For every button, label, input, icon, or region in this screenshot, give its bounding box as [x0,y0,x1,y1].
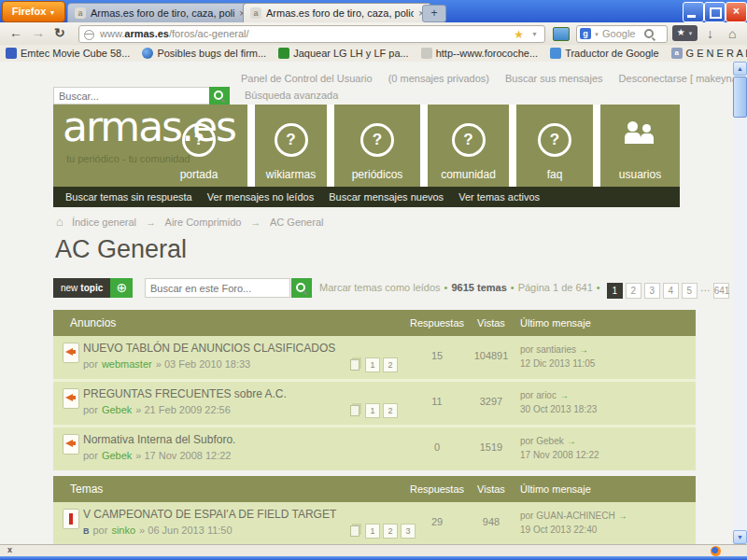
topics-meta: Marcar temas como leídos•9615 temas•Pági… [319,282,729,299]
search-bar[interactable]: g ▼ Google [576,25,668,43]
bookmark-item[interactable]: http--www.forocoche... [421,48,538,59]
page-641[interactable]: 641 [713,283,729,299]
minimize-button[interactable] [683,2,704,22]
mini-page-link[interactable]: 1 [365,357,380,372]
logout-link[interactable]: Desconectarse [ makeynai ] [619,73,733,84]
advanced-search-link[interactable]: Búsqueda avanzada [245,90,338,101]
mark-read-link[interactable]: Marcar temas como leídos [319,282,441,293]
new-topic-button[interactable]: newtopic ⊕ [53,278,133,298]
home-icon[interactable]: ⌂ [56,215,63,229]
person-body [625,133,641,144]
forum-search-input[interactable] [145,278,290,298]
firefox-menu-button[interactable]: Firefox▼ [2,1,65,22]
bookmark-item[interactable]: aG E N E R A L [671,48,747,59]
back-icon[interactable]: ← [9,25,22,40]
restore-button[interactable] [704,2,726,22]
topic-title-link[interactable]: PREGUNTAS FRECUENTES sobre A.C. [83,387,287,400]
divider [509,105,516,187]
engine-dropdown-icon[interactable]: ▼ [594,27,599,43]
mini-page-link[interactable]: 2 [383,357,398,372]
close-findbar-button[interactable]: x [7,545,12,554]
page-1-active[interactable]: 1 [607,283,623,299]
topic-byline: porGebek» 17 Nov 2008 12:22 [83,450,231,461]
nav-item-wikiarmas[interactable]: ? wikiarmas [255,105,327,187]
bookmark-item[interactable]: Posibles bugs del firm... [142,48,266,59]
page-4[interactable]: 4 [663,283,679,299]
bookmark-item[interactable]: Traductor de Google [550,48,658,59]
tab-2-active[interactable]: a Armas.es foro de tiro, caza, policial,… [243,3,431,22]
forward-icon[interactable]: → [32,25,45,40]
goto-last-icon[interactable]: → [559,390,569,400]
goto-last-icon[interactable]: → [579,344,588,355]
topic-title-link[interactable]: Normativa Interna del Subforo. [83,433,235,446]
last-author-link[interactable]: arioc [536,390,557,400]
question-icon: ? [452,123,486,157]
page-3[interactable]: 3 [644,283,660,299]
nav-item-comunidad[interactable]: ? comunidad [428,105,509,187]
mini-page-link[interactable]: 2 [383,524,398,539]
last-author-link[interactable]: GUAN-ACHINECH [536,511,614,521]
breadcrumb-item[interactable]: Índice general [72,217,136,228]
nav-label: usuarios [600,168,680,181]
author-link[interactable]: Gebek [102,404,132,415]
nav-item-faq[interactable]: ? faq [516,105,593,187]
goto-last-icon[interactable]: → [567,436,576,446]
scroll-down-icon[interactable]: ▼ [733,530,747,544]
author-link[interactable]: Gebek [102,450,132,461]
goto-last-icon[interactable]: → [618,511,627,521]
users-icon [622,121,659,153]
bookmark-item[interactable]: Emtec Movie Cube 58... [6,48,130,59]
quick-link[interactable]: Buscar temas sin respuesta [65,191,192,203]
last-author-link[interactable]: Gebek [536,436,563,446]
refresh-icon[interactable]: ↻ [54,25,65,40]
mini-page-link[interactable]: 1 [365,403,380,418]
google-engine-icon[interactable]: g [580,28,591,39]
downloads-icon[interactable]: ↓ [707,26,713,41]
plus-icon: ⊕ [110,278,133,298]
private-messages-link[interactable]: (0 mensajes privados) [388,73,489,84]
bullet: • [597,282,600,293]
title-bar: Firefox▼ a Armas.es foro de tiro, caza, … [0,0,747,22]
mini-page-link[interactable]: 2 [383,403,398,418]
author-link[interactable]: sinko [111,525,135,536]
last-date: 17 Nov 2008 12:22 [520,450,599,460]
quick-link[interactable]: Ver mensajes no leídos [207,191,314,203]
home-icon[interactable]: ⌂ [728,26,736,41]
topic-title-link[interactable]: V CAMPEONATO DE ESPAI'A DE FIELD TARGET [83,508,336,521]
forum-search-button[interactable] [291,278,312,298]
vertical-scrollbar[interactable]: ▲ ▼ [733,62,747,544]
bookmark-page-icon[interactable] [553,27,570,41]
breadcrumb-item[interactable]: AC General [270,217,323,228]
bookmark-star-icon[interactable]: ★ [514,27,524,43]
url-dropdown-icon[interactable]: ▼ [531,26,538,42]
scroll-up-icon[interactable]: ▲ [733,62,747,76]
url-bar[interactable]: www.armas.es/foros/ac-general/ ★ ▼ [78,25,545,43]
section-title: Anuncios [70,316,116,329]
nav-item-periodicos[interactable]: ? periódicos [334,105,420,187]
bookmarks-menu-button[interactable]: ★ ▼ [672,25,698,41]
nav-item-portada[interactable]: ? portada [162,105,236,187]
last-author-link[interactable]: santiaries [536,344,576,355]
bookmark-item[interactable]: Jaquear LG LH y LF pa... [278,48,409,59]
nav-item-usuarios[interactable]: usuarios [600,105,680,187]
scrollbar-thumb[interactable] [733,77,747,118]
topic-title-link[interactable]: NUEVO TABLÓN DE ANUNCIOS CLASIFICADOS [83,342,335,355]
user-panel-link[interactable]: Panel de Control del Usuario [241,73,373,84]
mini-page-link[interactable]: 1 [365,524,380,539]
page-5[interactable]: 5 [682,283,698,299]
author-link[interactable]: webmaster [102,358,152,370]
last-message: por GUAN-ACHINECH→19 Oct 2013 22:40 [520,509,627,537]
search-own-posts-link[interactable]: Buscar sus mensajes [505,73,603,84]
quick-link[interactable]: Ver temas activos [458,191,540,203]
tab-1[interactable]: a Armas.es foro de tiro, caza, policial,… [67,3,252,23]
breadcrumb-item[interactable]: Aire Comprimido [165,217,242,228]
quick-link[interactable]: Buscar mensajes nuevos [329,191,444,203]
new-tab-button[interactable]: + [422,5,446,22]
arrow-icon: → [251,217,261,228]
bookmark-label: G E N E R A L [686,48,747,59]
close-button[interactable]: × [726,2,747,22]
megaphone-icon [73,350,76,354]
search-magnifier-icon[interactable] [644,29,654,38]
page-2[interactable]: 2 [626,283,641,299]
table-row: V CAMPEONATO DE ESPAI'A DE FIELD TARGET … [53,502,696,544]
